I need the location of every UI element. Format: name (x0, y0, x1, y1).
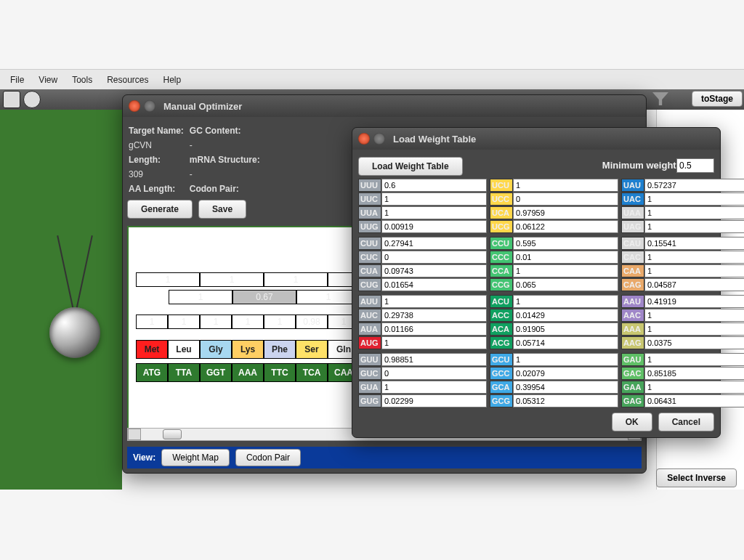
codon-weight-input[interactable] (513, 264, 618, 277)
grid-cell[interactable]: 0.98 (296, 315, 328, 329)
codon-weight-input[interactable] (513, 381, 618, 394)
codon-weight-input[interactable] (644, 251, 744, 264)
codon-weight-input[interactable] (381, 394, 487, 407)
codon-cell[interactable]: TTA (168, 363, 200, 382)
codon-weight-input[interactable] (381, 367, 487, 380)
ok-button[interactable]: OK (612, 413, 652, 431)
menu-help[interactable]: Help (156, 72, 189, 88)
codon-weight-input[interactable] (381, 206, 487, 219)
grid-cell[interactable]: 1 (200, 315, 232, 329)
generate-button[interactable]: Generate (127, 200, 193, 219)
codon-weight-input[interactable] (644, 206, 744, 219)
codon-weight-input[interactable] (644, 278, 744, 291)
minimize-icon[interactable] (144, 100, 155, 112)
grid-cell[interactable]: 1 (296, 290, 360, 304)
codon-cell[interactable]: GGT (200, 363, 232, 382)
codon-weight-input[interactable] (513, 179, 618, 192)
codon-weight-input[interactable] (513, 394, 618, 407)
to-stage-button[interactable]: toStage (692, 91, 743, 107)
grid-cell[interactable]: 0.67 (232, 290, 296, 304)
codon-weight-input[interactable] (381, 309, 487, 322)
grid-cell[interactable]: 1 (232, 315, 264, 329)
codon-weight-input[interactable] (513, 220, 618, 233)
codon-weight-input[interactable] (644, 237, 744, 250)
codon-weight-input[interactable] (644, 367, 744, 380)
menu-tools[interactable]: Tools (65, 72, 100, 88)
codon-weight-input[interactable] (381, 381, 487, 394)
codon-weight-input[interactable] (513, 309, 618, 322)
select-inverse-button[interactable]: Select Inverse (656, 468, 737, 487)
codon-weight-input[interactable] (644, 295, 744, 308)
amino-acid-cell[interactable]: Ser (296, 340, 328, 359)
grid-cell[interactable]: 1 (168, 315, 200, 329)
codon-weight-input[interactable] (381, 237, 487, 250)
codon-weight-input[interactable] (644, 309, 744, 322)
grid-cell[interactable]: 1 (136, 315, 168, 329)
codon-weight-input[interactable] (644, 381, 744, 394)
amino-acid-cell[interactable]: Leu (168, 340, 200, 359)
codon-label: GAG (621, 394, 644, 407)
save-button[interactable]: Save (198, 200, 246, 219)
codon-cell[interactable]: TTC (264, 363, 296, 382)
close-icon[interactable] (129, 100, 140, 112)
filter-icon[interactable] (652, 92, 668, 105)
codon-weight-input[interactable] (381, 353, 487, 366)
codon-weight-input[interactable] (381, 295, 487, 308)
codon-weight-input[interactable] (644, 353, 744, 366)
codon-weight-input[interactable] (644, 336, 744, 349)
codon-weight-input[interactable] (513, 367, 618, 380)
codon-weight-input[interactable] (644, 192, 744, 206)
grid-cell[interactable]: 1 (136, 272, 200, 287)
codon-weight-input[interactable] (381, 192, 487, 206)
codon-weight-input[interactable] (644, 179, 744, 192)
codon-weight-input[interactable] (644, 264, 744, 277)
codon-weight-input[interactable] (644, 322, 744, 336)
amino-acid-cell[interactable]: Phe (264, 340, 296, 359)
codon-weight-input[interactable] (513, 295, 618, 308)
codon-weight-input[interactable] (381, 322, 487, 336)
codon-weight-input[interactable] (513, 206, 618, 219)
scroll-left-icon[interactable] (128, 429, 141, 440)
refresh-icon[interactable] (23, 91, 41, 108)
grid-cell[interactable]: 1 (169, 290, 232, 304)
codon-weight-input[interactable] (513, 192, 618, 206)
amino-acid-cell[interactable]: Gly (200, 340, 232, 359)
close-icon[interactable] (358, 133, 370, 145)
codon-weight-input[interactable] (513, 322, 618, 336)
codon-weight-input[interactable] (513, 237, 618, 250)
codon-weight-input[interactable] (381, 220, 487, 233)
codon-weight-input[interactable] (381, 251, 487, 264)
menu-file[interactable]: File (3, 72, 31, 88)
codon-cell[interactable]: ATG (136, 363, 168, 382)
grid-cell[interactable]: 1 (264, 272, 328, 287)
codon-weight-input[interactable] (381, 278, 487, 291)
codon-weight-input[interactable] (644, 394, 744, 407)
scroll-thumb[interactable] (163, 429, 182, 439)
codon-weight-input[interactable] (513, 251, 618, 264)
min-weight-input[interactable] (676, 158, 714, 173)
codon-weight-input[interactable] (381, 336, 487, 349)
codon-cell[interactable]: AAA (232, 363, 264, 382)
mo-titlebar[interactable]: Manual Optimizer (123, 95, 646, 117)
cancel-button[interactable]: Cancel (658, 413, 714, 431)
codon-cell[interactable]: TCA (296, 363, 328, 382)
menu-resources[interactable]: Resources (100, 72, 155, 88)
amino-acid-cell[interactable]: Lys (232, 340, 264, 359)
weight-map-button[interactable]: Weight Map (161, 449, 230, 466)
new-file-icon[interactable] (3, 91, 20, 108)
codon-weight-input[interactable] (381, 264, 487, 277)
amino-acid-cell[interactable]: Met (136, 340, 168, 359)
lwt-titlebar[interactable]: Load Weight Table (352, 128, 720, 150)
codon-weight-input[interactable] (513, 336, 618, 349)
codon-row: CUU (358, 237, 487, 250)
grid-cell[interactable]: 1 (200, 272, 264, 287)
codon-weight-input[interactable] (513, 278, 618, 291)
codon-weight-input[interactable] (513, 353, 618, 366)
codon-weight-input[interactable] (381, 179, 487, 192)
codon-weight-input[interactable] (644, 220, 744, 233)
menu-view[interactable]: View (31, 72, 65, 88)
minimize-icon[interactable] (373, 133, 385, 145)
grid-cell[interactable]: 1 (264, 315, 296, 329)
load-weight-table-button[interactable]: Load Weight Table (358, 157, 463, 176)
codon-pair-button[interactable]: Codon Pair (235, 449, 301, 466)
